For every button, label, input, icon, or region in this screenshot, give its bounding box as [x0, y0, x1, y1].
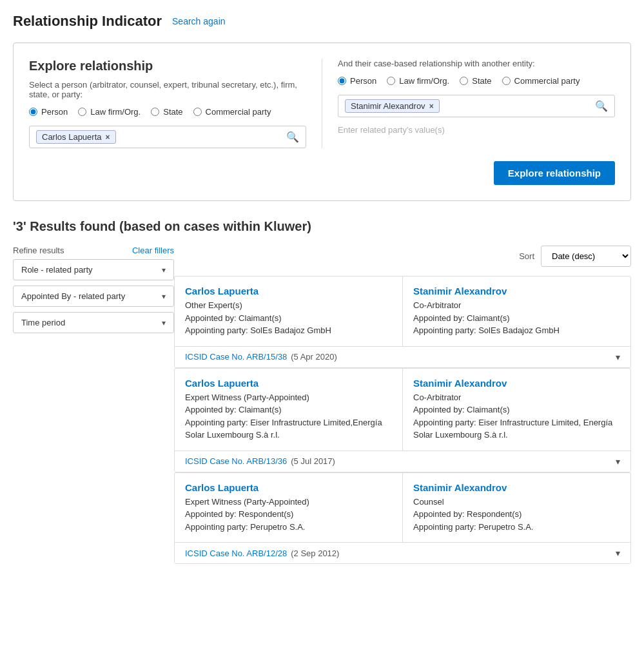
refine-header: Refine results Clear fillers — [13, 246, 174, 255]
party1-appointing: Appointing party: SolEs Badajoz GmbH — [185, 324, 392, 337]
result-card: Carlos Lapuerta Expert Witness (Party-Ap… — [174, 472, 631, 565]
clear-filters-link[interactable]: Clear fillers — [132, 246, 174, 255]
result-card-footer: ICSID Case No. ARB/12/28 (2 Sep 2012) ▾ — [175, 542, 630, 563]
party2-name[interactable]: Stanimir Alexandrov — [413, 482, 620, 493]
right-party-tag-label: Stanimir Alexandrov — [351, 101, 425, 111]
party2-appointing: Appointing party: Eiser Infrastructure L… — [413, 416, 620, 442]
case-date: (2 Sep 2012) — [291, 548, 339, 558]
case-ref-link[interactable]: ICSID Case No. ARB/13/36 — [185, 456, 287, 466]
explore-title: Explore relationship — [29, 59, 306, 73]
refine-label: Refine results — [13, 246, 64, 255]
party1-role: Other Expert(s) — [185, 299, 392, 312]
party2-name[interactable]: Stanimir Alexandrov — [413, 378, 620, 389]
right-radio-state-label: State — [472, 76, 491, 86]
right-radio-person[interactable]: Person — [338, 76, 376, 86]
left-radio-commercial[interactable]: Commercial party — [193, 107, 271, 117]
party2-name[interactable]: Stanimir Alexandrov — [413, 286, 620, 296]
case-ref-link[interactable]: ICSID Case No. ARB/12/28 — [185, 548, 287, 558]
filter-list: Role - related party ▾ Appointed By - re… — [13, 259, 174, 333]
party1-appointed: Appointed by: Respondent(s) — [185, 508, 392, 521]
party1-name[interactable]: Carlos Lapuerta — [185, 378, 392, 389]
left-radio-commercial-label: Commercial party — [206, 107, 271, 117]
party2-panel: Stanimir Alexandrov Co-Arbitrator Appoin… — [403, 277, 630, 346]
right-search-icon[interactable]: 🔍 — [595, 100, 608, 112]
filter-appointed-by-chevron-icon: ▾ — [162, 292, 166, 301]
left-radio-lawfirm[interactable]: Law firm/Org. — [78, 107, 141, 117]
main-content: Refine results Clear fillers Role - rela… — [13, 246, 631, 564]
party1-appointing: Appointing party: Eiser Infrastructure L… — [185, 416, 392, 442]
left-radio-state[interactable]: State — [151, 107, 182, 117]
right-search-placeholder[interactable]: Enter related party's value(s) — [338, 122, 615, 137]
left-radio-person-label: Person — [41, 107, 68, 117]
right-radio-state[interactable]: State — [460, 76, 491, 86]
party1-role: Expert Witness (Party-Appointed) — [185, 391, 392, 404]
filter-appointed-by-label: Appointed By - related party — [21, 291, 125, 301]
expand-icon[interactable]: ▾ — [616, 352, 620, 362]
party2-role: Co-Arbitrator — [413, 299, 620, 312]
party2-role: Counsel — [413, 496, 620, 509]
right-search-box[interactable]: Stanimir Alexandrov × 🔍 — [338, 95, 615, 117]
expand-icon[interactable]: ▾ — [616, 548, 620, 558]
party1-name[interactable]: Carlos Lapuerta — [185, 482, 392, 493]
right-radio-lawfirm[interactable]: Law firm/Org. — [387, 76, 449, 86]
explore-right-panel: And their case-based relationship with a… — [322, 59, 615, 148]
result-card: Carlos Lapuerta Other Expert(s) Appointe… — [174, 276, 631, 368]
party1-appointing: Appointing party: Perupetro S.A. — [185, 521, 392, 534]
sidebar: Refine results Clear fillers Role - rela… — [13, 246, 174, 564]
left-party-tag-label: Carlos Lapuerta — [42, 132, 102, 142]
page-header: Relationship Indicator Search again — [13, 13, 631, 30]
case-date: (5 Jul 2017) — [291, 456, 335, 466]
left-search-box[interactable]: Carlos Lapuerta × 🔍 — [29, 126, 306, 148]
case-ref-link[interactable]: ICSID Case No. ARB/15/38 — [185, 352, 287, 362]
sort-bar: Sort Date (desc) Date (asc) Relevance — [174, 246, 631, 267]
party1-panel: Carlos Lapuerta Other Expert(s) Appointe… — [175, 277, 403, 346]
result-card-footer: ICSID Case No. ARB/13/36 (5 Jul 2017) ▾ — [175, 451, 630, 472]
left-radio-state-label: State — [163, 107, 182, 117]
related-label: And their case-based relationship with a… — [338, 59, 615, 68]
right-radio-commercial[interactable]: Commercial party — [502, 76, 580, 86]
left-tag-close-icon[interactable]: × — [106, 133, 110, 142]
explore-relationship-card: Explore relationship Select a person (ar… — [13, 43, 631, 201]
right-radio-person-label: Person — [350, 76, 376, 86]
case-ref-section: ICSID Case No. ARB/15/38 (5 Apr 2020) — [185, 352, 337, 362]
result-card: Carlos Lapuerta Expert Witness (Party-Ap… — [174, 368, 631, 472]
explore-btn-row: Explore relationship — [29, 161, 615, 185]
case-date: (5 Apr 2020) — [291, 352, 337, 362]
filter-appointed-by[interactable]: Appointed By - related party ▾ — [13, 286, 174, 307]
left-radio-group: Person Law firm/Org. State Commercial pa… — [29, 107, 306, 117]
right-radio-group: Person Law firm/Org. State Commercial pa… — [338, 76, 615, 86]
left-search-icon[interactable]: 🔍 — [286, 131, 299, 143]
search-again-link[interactable]: Search again — [172, 16, 226, 26]
right-radio-lawfirm-label: Law firm/Org. — [399, 76, 449, 86]
filter-time-period[interactable]: Time period ▾ — [13, 312, 174, 333]
filter-role-label: Role - related party — [21, 265, 93, 275]
result-card-body: Carlos Lapuerta Other Expert(s) Appointe… — [175, 277, 630, 346]
explore-left-panel: Explore relationship Select a person (ar… — [29, 59, 322, 148]
left-party-tag: Carlos Lapuerta × — [36, 130, 116, 144]
filter-role-chevron-icon: ▾ — [162, 266, 166, 275]
right-party-tag: Stanimir Alexandrov × — [345, 99, 440, 113]
left-radio-lawfirm-label: Law firm/Org. — [90, 107, 141, 117]
party1-appointed: Appointed by: Claimant(s) — [185, 403, 392, 416]
sort-select[interactable]: Date (desc) Date (asc) Relevance — [541, 246, 631, 267]
party1-role: Expert Witness (Party-Appointed) — [185, 496, 392, 509]
filter-time-period-label: Time period — [21, 318, 65, 327]
filter-role[interactable]: Role - related party ▾ — [13, 259, 174, 280]
party2-appointed: Appointed by: Claimant(s) — [413, 403, 620, 416]
explore-relationship-button[interactable]: Explore relationship — [494, 161, 615, 185]
party2-role: Co-Arbitrator — [413, 391, 620, 404]
case-ref-section: ICSID Case No. ARB/12/28 (2 Sep 2012) — [185, 548, 339, 558]
left-radio-person[interactable]: Person — [29, 107, 68, 117]
page-title: Relationship Indicator — [13, 13, 162, 30]
party2-appointing: Appointing party: SolEs Badajoz GmbH — [413, 324, 620, 337]
expand-icon[interactable]: ▾ — [616, 456, 620, 467]
party1-panel: Carlos Lapuerta Expert Witness (Party-Ap… — [175, 473, 403, 543]
party1-name[interactable]: Carlos Lapuerta — [185, 286, 392, 296]
party2-panel: Stanimir Alexandrov Counsel Appointed by… — [403, 473, 630, 543]
results-title: '3' Results found (based on cases within… — [13, 219, 631, 234]
case-cards-list: Carlos Lapuerta Other Expert(s) Appointe… — [174, 276, 631, 564]
party1-appointed: Appointed by: Claimant(s) — [185, 312, 392, 325]
party2-appointing: Appointing party: Perupetro S.A. — [413, 521, 620, 534]
right-tag-close-icon[interactable]: × — [429, 102, 434, 111]
right-radio-commercial-label: Commercial party — [514, 76, 580, 86]
